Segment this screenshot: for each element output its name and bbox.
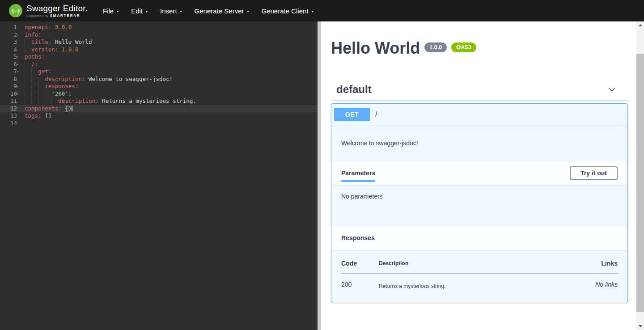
caret-down-icon: ▾ [180,8,182,13]
code-token [25,76,45,82]
code-token: 1.0.0 [62,46,79,53]
response-code: 200 [341,273,379,289]
menu-edit[interactable]: Edit▾ [125,4,154,18]
code-line[interactable]: tags: [] [25,112,318,120]
api-info-header: Hello World 1.0.0 OAS3 [331,39,628,57]
code-line[interactable]: '200': [25,90,318,98]
no-parameters-text: No parameters [341,193,383,200]
caret-down-icon: ▾ [117,8,119,13]
menu-label: Insert [160,7,177,15]
menu-generate-server[interactable]: Generate Server▾ [188,4,255,18]
code-token [25,97,58,104]
code-token [25,90,51,97]
menu-insert[interactable]: Insert▾ [154,4,188,18]
code-line[interactable]: components: {} [21,105,318,113]
chevron-down-icon[interactable] [607,85,616,94]
line-number: 10▾ [0,90,21,98]
scrollbar-thumb[interactable] [636,54,644,312]
column-header-links: Links [559,260,618,274]
operation-description: Welcome to swagger-jsdoc! [331,126,627,162]
scroll-down-button[interactable] [636,322,644,330]
parameters-tab[interactable]: Parameters [341,169,375,177]
code-line[interactable]: description: Welcome to swagger-jsdoc! [25,76,318,83]
code-token: /: [31,61,38,68]
menu-label: Generate Server [195,7,244,15]
code-editor-lines[interactable]: openapi: 3.0.0info: title: Hello World v… [21,24,318,330]
line-number: 4 [0,46,21,54]
responses-table: Code Description Links 200 Returns a mys… [341,260,618,289]
code-line[interactable] [25,120,318,127]
response-row-200: 200 Returns a mysterious string. No link… [341,273,618,289]
top-navbar: {⋯} Swagger Editor. Supported bySMARTBEA… [0,0,644,21]
menu-bar: File▾Edit▾Insert▾Generate Server▾Generat… [97,4,320,18]
menu-generate-client[interactable]: Generate Client▾ [255,4,320,18]
column-header-code: Code [341,260,379,274]
line-number: 11 [0,97,21,105]
code-token: tags: [25,112,42,119]
tag-name: default [336,83,372,96]
parameters-body: No parameters [331,185,627,226]
brand-subtitle: Supported bySMARTBEAR [26,14,88,18]
get-operation-block: GET / Welcome to swagger-jsdoc! Paramete… [331,103,628,303]
code-token: title: [31,38,51,45]
fold-toggle-icon[interactable]: ▾ [17,32,21,39]
line-number: 12 [0,105,21,113]
code-line[interactable]: title: Hello World [25,38,318,46]
scroll-down-arrow-icon [639,325,642,327]
code-token: Welcome to swagger-jsdoc! [85,76,173,82]
caret-down-icon: ▾ [146,8,148,13]
code-token: get: [38,68,51,75]
code-token: openapi: [25,24,51,30]
line-number: 3 [0,38,21,46]
code-line[interactable]: /: [25,61,318,68]
code-token: paths: [25,53,45,60]
code-token: components: [25,105,62,112]
responses-table-header-row: Code Description Links [341,260,618,274]
code-line[interactable]: info: [25,31,318,39]
code-token: description: [58,97,98,104]
brand-text: Swagger Editor. Supported bySMARTBEAR [26,4,88,18]
code-token [25,38,31,45]
code-token [51,24,55,30]
operation-summary[interactable]: GET / [331,104,627,126]
code-line[interactable]: paths: [25,53,318,61]
editor-gutter: 12▾345▾6▾7▾89▾10▾11121314 [0,24,21,330]
code-line[interactable]: responses: [25,83,318,90]
fold-toggle-icon[interactable]: ▾ [17,68,21,76]
code-token [25,83,45,89]
responses-title: Responses [341,234,375,241]
scroll-up-button[interactable] [636,21,644,29]
code-token: { [65,105,68,112]
responses-body: Code Description Links 200 Returns a mys… [331,250,627,303]
default-section-header[interactable]: default [331,83,628,101]
swagger-logo-icon: {⋯} [9,4,22,17]
yaml-editor[interactable]: 12▾345▾6▾7▾89▾10▾11121314 openapi: 3.0.0… [0,21,318,330]
code-line[interactable]: get: [25,68,318,76]
fold-toggle-icon[interactable]: ▾ [17,91,21,98]
code-line[interactable]: version: 1.0.0 [25,46,318,54]
brand: {⋯} Swagger Editor. Supported bySMARTBEA… [4,4,90,18]
http-method-badge: GET [334,108,370,121]
fold-toggle-icon[interactable]: ▾ [17,83,21,91]
line-number: 7▾ [0,68,21,76]
tag-section-default: default GET / Welcome to swagger-jsdoc! … [331,83,628,303]
menu-file[interactable]: File▾ [97,4,125,18]
try-it-out-button[interactable]: Try it out [570,166,618,180]
fold-toggle-icon[interactable]: ▾ [17,54,21,61]
code-token: version: [31,46,58,53]
line-number: 1 [0,24,21,31]
code-token: info: [25,31,42,38]
code-token: } [68,105,72,112]
version-badge: 1.0.0 [424,42,447,52]
text-cursor [72,106,72,111]
vertical-scrollbar[interactable] [636,21,644,330]
api-title: Hello World [331,39,420,57]
pane-splitter-handle[interactable] [318,21,321,330]
code-token: 3.0.0 [55,24,72,30]
scroll-up-arrow-icon [639,24,642,26]
code-line[interactable]: description: Returns a mysterious string… [25,97,318,105]
code-line[interactable]: openapi: 3.0.0 [25,24,318,31]
fold-toggle-icon[interactable]: ▾ [17,61,21,69]
code-token: description: [45,76,85,82]
brand-title: Swagger Editor. [26,4,88,13]
